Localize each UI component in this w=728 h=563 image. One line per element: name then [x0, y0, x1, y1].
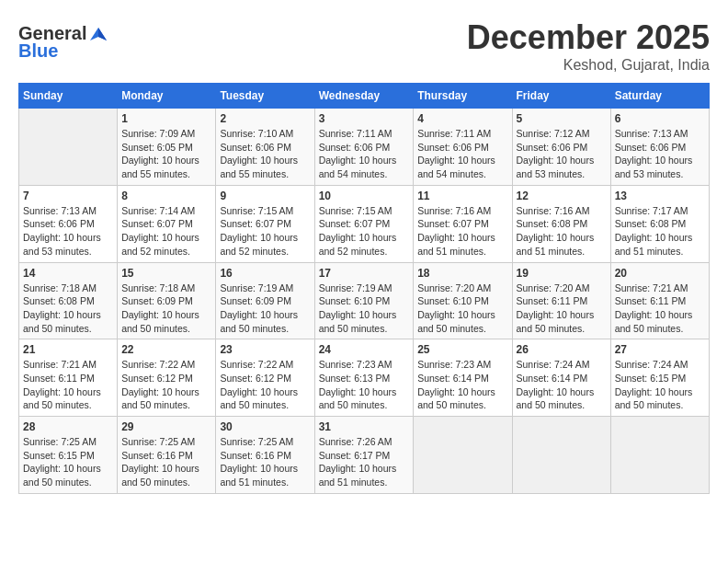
day-info: Sunrise: 7:21 AMSunset: 6:11 PMDaylight:… — [615, 282, 705, 336]
weekday-header-monday: Monday — [118, 84, 216, 109]
day-info: Sunrise: 7:09 AMSunset: 6:05 PMDaylight:… — [121, 127, 211, 181]
calendar-cell: 8Sunrise: 7:14 AMSunset: 6:07 PMDaylight… — [118, 185, 216, 262]
day-info: Sunrise: 7:19 AMSunset: 6:09 PMDaylight:… — [220, 282, 310, 336]
day-number: 26 — [517, 343, 607, 356]
calendar-cell: 30Sunrise: 7:25 AMSunset: 6:16 PMDayligh… — [216, 417, 314, 494]
day-info: Sunrise: 7:25 AMSunset: 6:15 PMDaylight:… — [23, 435, 113, 489]
day-number: 3 — [319, 112, 410, 125]
day-number: 9 — [220, 190, 310, 202]
calendar-week-row: 7Sunrise: 7:13 AMSunset: 6:06 PMDaylight… — [19, 185, 710, 262]
calendar-cell: 18Sunrise: 7:20 AMSunset: 6:10 PMDayligh… — [414, 262, 512, 339]
calendar-cell: 15Sunrise: 7:18 AMSunset: 6:09 PMDayligh… — [118, 262, 216, 339]
calendar-cell: 21Sunrise: 7:21 AMSunset: 6:11 PMDayligh… — [19, 339, 118, 417]
day-info: Sunrise: 7:22 AMSunset: 6:12 PMDaylight:… — [220, 358, 310, 412]
day-number: 22 — [121, 343, 211, 356]
weekday-header-saturday: Saturday — [610, 84, 709, 109]
calendar-cell — [19, 109, 118, 186]
day-number: 27 — [615, 343, 705, 356]
calendar-cell: 7Sunrise: 7:13 AMSunset: 6:06 PMDaylight… — [19, 185, 118, 262]
calendar-cell — [512, 417, 610, 494]
calendar-cell: 6Sunrise: 7:13 AMSunset: 6:06 PMDaylight… — [610, 109, 709, 186]
title-section: December 2025 Keshod, Gujarat, India — [467, 18, 710, 74]
calendar-cell: 22Sunrise: 7:22 AMSunset: 6:12 PMDayligh… — [118, 339, 216, 417]
svg-marker-1 — [98, 28, 107, 40]
calendar-cell: 5Sunrise: 7:12 AMSunset: 6:06 PMDaylight… — [512, 109, 610, 186]
day-number: 4 — [417, 112, 507, 125]
day-number: 25 — [417, 343, 507, 356]
weekday-header-wednesday: Wednesday — [314, 84, 414, 109]
calendar-cell: 10Sunrise: 7:15 AMSunset: 6:07 PMDayligh… — [314, 185, 414, 262]
day-info: Sunrise: 7:23 AMSunset: 6:13 PMDaylight:… — [319, 358, 410, 412]
calendar-cell: 23Sunrise: 7:22 AMSunset: 6:12 PMDayligh… — [216, 339, 314, 417]
calendar-cell: 25Sunrise: 7:23 AMSunset: 6:14 PMDayligh… — [414, 339, 512, 417]
day-number: 28 — [23, 420, 113, 433]
calendar-cell: 27Sunrise: 7:24 AMSunset: 6:15 PMDayligh… — [610, 339, 709, 417]
calendar-cell: 16Sunrise: 7:19 AMSunset: 6:09 PMDayligh… — [216, 262, 314, 339]
calendar-cell: 11Sunrise: 7:16 AMSunset: 6:07 PMDayligh… — [414, 185, 512, 262]
day-number: 17 — [319, 267, 410, 280]
day-number: 30 — [220, 420, 310, 433]
day-info: Sunrise: 7:14 AMSunset: 6:07 PMDaylight:… — [121, 204, 211, 259]
weekday-header-friday: Friday — [512, 84, 610, 109]
day-info: Sunrise: 7:25 AMSunset: 6:16 PMDaylight:… — [220, 435, 310, 489]
day-info: Sunrise: 7:10 AMSunset: 6:06 PMDaylight:… — [220, 127, 310, 181]
day-info: Sunrise: 7:26 AMSunset: 6:17 PMDaylight:… — [319, 435, 410, 489]
day-number: 15 — [121, 267, 211, 280]
day-number: 16 — [220, 267, 310, 280]
day-info: Sunrise: 7:17 AMSunset: 6:08 PMDaylight:… — [615, 204, 705, 259]
weekday-header-sunday: Sunday — [19, 84, 118, 109]
calendar-cell: 12Sunrise: 7:16 AMSunset: 6:08 PMDayligh… — [512, 185, 610, 262]
day-info: Sunrise: 7:23 AMSunset: 6:14 PMDaylight:… — [417, 358, 507, 412]
day-info: Sunrise: 7:25 AMSunset: 6:16 PMDaylight:… — [121, 435, 211, 489]
calendar-table: SundayMondayTuesdayWednesdayThursdayFrid… — [18, 83, 710, 494]
day-number: 8 — [121, 190, 211, 202]
calendar-cell: 19Sunrise: 7:20 AMSunset: 6:11 PMDayligh… — [512, 262, 610, 339]
calendar-cell: 1Sunrise: 7:09 AMSunset: 6:05 PMDaylight… — [118, 109, 216, 186]
day-number: 12 — [517, 190, 607, 202]
day-info: Sunrise: 7:21 AMSunset: 6:11 PMDaylight:… — [23, 358, 113, 412]
calendar-cell: 28Sunrise: 7:25 AMSunset: 6:15 PMDayligh… — [19, 417, 118, 494]
calendar-cell: 4Sunrise: 7:11 AMSunset: 6:06 PMDaylight… — [414, 109, 512, 186]
day-info: Sunrise: 7:13 AMSunset: 6:06 PMDaylight:… — [615, 127, 705, 181]
day-info: Sunrise: 7:18 AMSunset: 6:08 PMDaylight:… — [23, 282, 113, 336]
day-number: 11 — [417, 190, 507, 202]
day-info: Sunrise: 7:24 AMSunset: 6:15 PMDaylight:… — [615, 358, 705, 412]
day-number: 2 — [220, 112, 310, 125]
day-number: 14 — [23, 267, 113, 280]
day-info: Sunrise: 7:16 AMSunset: 6:07 PMDaylight:… — [417, 204, 507, 259]
calendar-cell: 24Sunrise: 7:23 AMSunset: 6:13 PMDayligh… — [314, 339, 414, 417]
day-number: 13 — [615, 190, 705, 202]
calendar-cell: 14Sunrise: 7:18 AMSunset: 6:08 PMDayligh… — [19, 262, 118, 339]
day-info: Sunrise: 7:24 AMSunset: 6:14 PMDaylight:… — [517, 358, 607, 412]
day-info: Sunrise: 7:16 AMSunset: 6:08 PMDaylight:… — [517, 204, 607, 259]
calendar-cell — [414, 417, 512, 494]
day-number: 29 — [121, 420, 211, 433]
day-info: Sunrise: 7:22 AMSunset: 6:12 PMDaylight:… — [121, 358, 211, 412]
day-number: 21 — [23, 343, 113, 356]
calendar-cell: 31Sunrise: 7:26 AMSunset: 6:17 PMDayligh… — [314, 417, 414, 494]
logo-blue-text: Blue — [18, 40, 58, 62]
day-number: 6 — [615, 112, 705, 125]
calendar-cell: 20Sunrise: 7:21 AMSunset: 6:11 PMDayligh… — [610, 262, 709, 339]
calendar-cell — [610, 417, 709, 494]
day-number: 7 — [23, 190, 113, 202]
day-info: Sunrise: 7:20 AMSunset: 6:10 PMDaylight:… — [417, 282, 507, 336]
day-number: 24 — [319, 343, 410, 356]
calendar-week-row: 21Sunrise: 7:21 AMSunset: 6:11 PMDayligh… — [19, 339, 710, 417]
calendar-week-row: 14Sunrise: 7:18 AMSunset: 6:08 PMDayligh… — [19, 262, 710, 339]
calendar-cell: 17Sunrise: 7:19 AMSunset: 6:10 PMDayligh… — [314, 262, 414, 339]
day-info: Sunrise: 7:15 AMSunset: 6:07 PMDaylight:… — [220, 204, 310, 259]
day-info: Sunrise: 7:13 AMSunset: 6:06 PMDaylight:… — [23, 204, 113, 259]
calendar-week-row: 28Sunrise: 7:25 AMSunset: 6:15 PMDayligh… — [19, 417, 710, 494]
day-info: Sunrise: 7:19 AMSunset: 6:10 PMDaylight:… — [319, 282, 410, 336]
weekday-header-row: SundayMondayTuesdayWednesdayThursdayFrid… — [19, 84, 710, 109]
day-info: Sunrise: 7:18 AMSunset: 6:09 PMDaylight:… — [121, 282, 211, 336]
calendar-cell: 13Sunrise: 7:17 AMSunset: 6:08 PMDayligh… — [610, 185, 709, 262]
day-info: Sunrise: 7:12 AMSunset: 6:06 PMDaylight:… — [517, 127, 607, 181]
calendar-cell: 3Sunrise: 7:11 AMSunset: 6:06 PMDaylight… — [314, 109, 414, 186]
calendar-cell: 9Sunrise: 7:15 AMSunset: 6:07 PMDaylight… — [216, 185, 314, 262]
calendar-cell: 29Sunrise: 7:25 AMSunset: 6:16 PMDayligh… — [118, 417, 216, 494]
day-number: 20 — [615, 267, 705, 280]
day-info: Sunrise: 7:15 AMSunset: 6:07 PMDaylight:… — [319, 204, 410, 259]
month-year-title: December 2025 — [467, 18, 710, 57]
